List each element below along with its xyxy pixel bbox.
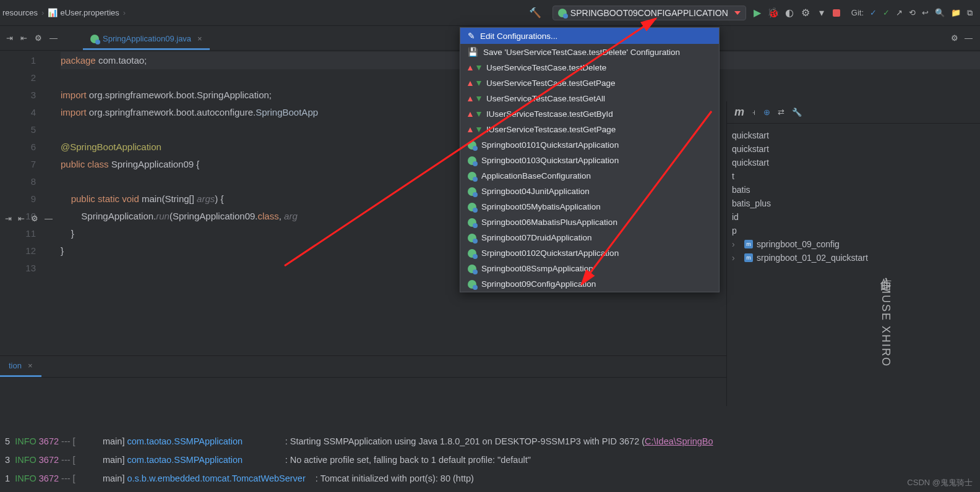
expand-icon[interactable]: ⇤ [20, 33, 27, 43]
run-config-item[interactable]: Springboot08SsmpApplication [460, 261, 719, 276]
tree-label: srpingboot_01_02_quickstart [757, 253, 868, 263]
run-icon[interactable]: ▶ [752, 8, 762, 18]
minimize-icon[interactable]: — [45, 214, 53, 223]
execute-icon[interactable]: ⊕ [763, 108, 770, 117]
code-token: } [61, 245, 64, 256]
profile-icon[interactable]: ⚙ [801, 8, 810, 18]
gear-icon[interactable]: ⚙ [35, 33, 42, 43]
tree-item[interactable]: quickstart [729, 156, 978, 169]
tree-label: quickstart [732, 130, 769, 140]
close-icon[interactable]: × [28, 361, 33, 370]
search-icon[interactable]: 🔍 [935, 8, 945, 17]
gear-icon[interactable]: ⚙ [31, 214, 38, 223]
settings-icon[interactable]: 📁 [951, 8, 961, 17]
minimize-icon[interactable]: — [49, 33, 58, 43]
tree-item[interactable]: ›msrpingboot_01_02_quickstart [729, 251, 978, 265]
dropdown-label: Springboot07DruidApplication [481, 233, 592, 242]
gear-icon[interactable]: ⚙ [951, 33, 958, 43]
chevron-right-icon: › [41, 8, 44, 17]
build-icon[interactable]: 🔨 [529, 7, 541, 19]
line-number: 7 [0, 156, 36, 173]
line-number: 9 [0, 190, 36, 208]
run-config-item[interactable]: IUserServiceTestcase.testGetPage [460, 122, 719, 137]
console-line: 5 INFO 3672 --- [ main] o.apache.catalin… [5, 488, 975, 492]
run-config-item[interactable]: UserServiceTestCase.testDelete [460, 60, 719, 75]
run-config-item[interactable]: UserServiceTestCase.testGetPage [460, 75, 719, 91]
wrench-icon[interactable]: 🔧 [792, 108, 802, 117]
window-icon[interactable]: ⧉ [967, 8, 973, 18]
run-config-item[interactable]: Springboot0101QuickstartApplication [460, 137, 719, 153]
run-config-item[interactable]: Springboot09ConfigApplication [460, 276, 719, 292]
file-tab[interactable]: SpringApplication09.java × [83, 29, 210, 50]
breadcrumb-item[interactable]: resources [2, 8, 38, 17]
run-config-selector[interactable]: SPRINGBOOT09CONFIGAPPLICATION [552, 6, 746, 20]
dropdown-label: Springboot05MybatisApplication [481, 202, 601, 211]
run-config-item[interactable]: ApplicationBaseConfiguration [460, 168, 719, 184]
spring-icon [468, 156, 476, 165]
code-token: , [279, 211, 284, 221]
run-tab[interactable]: tion × [0, 356, 41, 377]
code-token: (SpringApplication09. [170, 211, 258, 221]
junit-icon [476, 96, 481, 101]
tree-item[interactable]: id [729, 210, 978, 224]
stop-icon[interactable] [833, 9, 840, 17]
line-number: 13 [0, 260, 36, 277]
edit-configurations-item[interactable]: ✎ Edit Configurations... [460, 28, 719, 44]
spring-icon [90, 35, 99, 43]
spring-icon [468, 172, 476, 180]
run-config-item[interactable]: Springboot07DruidApplication [460, 230, 719, 245]
tree-item[interactable]: quickstart [729, 142, 978, 156]
dropdown-label: Springboot08SsmpApplication [481, 264, 593, 273]
code-token: { [196, 159, 199, 169]
maven-m-icon[interactable]: m [734, 106, 744, 119]
git-update-icon[interactable]: ✓ [870, 8, 877, 17]
code-token: run [156, 211, 170, 221]
run-config-item[interactable]: Springboot06MabatisPlusApplication [460, 214, 719, 230]
git-history-icon[interactable]: ⟲ [909, 8, 916, 17]
dropdown-label: Springboot09ConfigApplication [481, 279, 596, 289]
collapse-icon[interactable]: ⇥ [6, 33, 13, 43]
code-token: SpringApplication09 [111, 159, 197, 169]
dropdown-label: UserServiceTestCase.testGetPage [486, 78, 616, 88]
collapse-icon[interactable]: ⇥ [5, 214, 12, 223]
minimize-icon[interactable]: — [965, 33, 973, 43]
tree-item[interactable]: batis_plus [729, 197, 978, 210]
module-icon: m [744, 240, 753, 248]
tree-item[interactable]: batis [729, 183, 978, 197]
csdn-attribution: CSDN @鬼鬼骑士 [907, 477, 973, 488]
tree-item[interactable]: p [729, 224, 978, 237]
save-config-item[interactable]: 💾 Save 'UserServiceTestCase.testDelete' … [460, 44, 719, 60]
expand-icon[interactable]: ⇤ [18, 214, 25, 223]
dropdown-label: ApplicationBaseConfiguration [481, 171, 591, 180]
code-token: (String[] [161, 193, 197, 204]
debug-icon[interactable]: 🐞 [768, 8, 778, 18]
tree-item[interactable]: t [729, 169, 978, 183]
attach-icon[interactable]: ▾ [817, 8, 827, 18]
dropdown-label: Save 'UserServiceTestCase.testDelete' Co… [483, 48, 680, 57]
git-commit-icon[interactable]: ✓ [883, 8, 890, 17]
git-rollback-icon[interactable]: ↩ [922, 8, 929, 17]
run-config-item[interactable]: Springboot0103QuickstartApplication [460, 153, 719, 168]
code-token: ; [144, 55, 147, 66]
git-push-icon[interactable]: ↗ [896, 8, 903, 17]
properties-icon: 📊 [48, 8, 58, 17]
toggle-icon[interactable]: ⇄ [778, 108, 784, 117]
run-config-item[interactable]: Springboot04JunitApplication [460, 184, 719, 199]
watermark: 作曲：MUSE XHIRO [879, 269, 893, 367]
tree-item[interactable]: quickstart [729, 129, 978, 142]
close-icon[interactable]: × [197, 34, 202, 43]
code-token: org.springframework.boot.SpringApplicati… [89, 90, 272, 100]
run-config-item[interactable]: UserServiceTestCase.testGetAll [460, 91, 719, 106]
code-token: com.taotao [98, 55, 144, 66]
breadcrumb-item[interactable]: 📊 eUser.properties [48, 8, 119, 17]
run-config-item[interactable]: Srpingboot0102QuickstartApplication [460, 245, 719, 261]
sync-icon[interactable]: ⫞ [752, 108, 756, 117]
tree-label: batis [732, 185, 750, 195]
dropdown-label: Springboot0103QuickstartApplication [481, 156, 619, 165]
dropdown-label: Springboot06MabatisPlusApplication [481, 218, 617, 227]
run-config-item[interactable]: Springboot05MybatisApplication [460, 199, 719, 214]
tree-item[interactable]: ›mspringboot_09_config [729, 237, 978, 251]
junit-icon [476, 81, 481, 86]
run-config-item[interactable]: IUserServiceTestcase.testGetById [460, 106, 719, 122]
coverage-icon[interactable]: ◐ [784, 8, 794, 18]
